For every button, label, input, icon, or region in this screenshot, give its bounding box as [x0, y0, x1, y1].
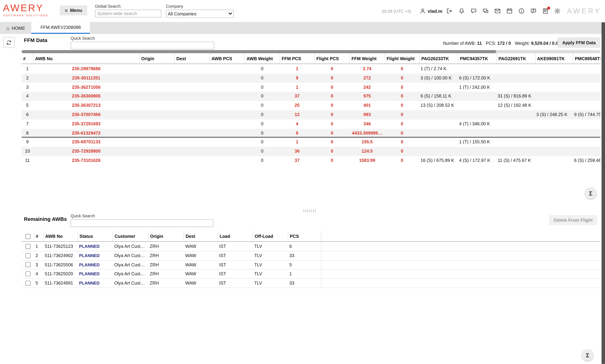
- vertical-scrollbar[interactable]: [602, 22, 605, 364]
- tasks-icon[interactable]: [542, 8, 549, 14]
- ffm-horizontal-scrollbar-thumb[interactable]: [22, 50, 496, 53]
- tasks-badge: [547, 6, 550, 10]
- mail-icon[interactable]: [494, 8, 501, 14]
- ffm-column-header[interactable]: FFM PCS: [280, 53, 314, 64]
- tab-bar: ⌂ HOME FFM AWEV2308088: [0, 22, 605, 34]
- ffm-column-header[interactable]: FFM Weight: [350, 53, 385, 64]
- ffm-column-header[interactable]: #: [22, 53, 33, 64]
- awb-no-cell[interactable]: 235-30111351: [33, 74, 139, 83]
- remaining-column-header[interactable]: Off-Load: [253, 231, 288, 241]
- awb-no-cell[interactable]: 511-73625020: [43, 270, 78, 278]
- ffm-sum-button[interactable]: Σ: [585, 187, 596, 199]
- ffm-quick-search-input[interactable]: [71, 42, 214, 49]
- remaining-column-header[interactable]: #: [34, 231, 43, 241]
- customer-cell: Olya Art Cust…: [113, 251, 148, 260]
- remaining-table-row[interactable]: 4 511-73625020 PLANNED Olya Art Cust… ZR…: [22, 270, 600, 279]
- ffm-table-row[interactable]: 4 235-36300806 0 37 0 975 0 6 (S) / 158.…: [22, 92, 600, 101]
- select-all-checkbox[interactable]: [25, 234, 30, 239]
- ffm-weight-cell: 124.5: [350, 147, 385, 156]
- remaining-quick-search-input[interactable]: [71, 219, 213, 227]
- awb-no-cell[interactable]: 235-37291693: [33, 119, 139, 129]
- remaining-column-header[interactable]: AWB No: [43, 231, 78, 241]
- awb-no-cell[interactable]: 235-36300806: [33, 92, 139, 101]
- ffm-table-row[interactable]: 3 235-36271056 0 1 0 242 0 1 (T) / 242.0…: [22, 83, 600, 92]
- awb-no-cell[interactable]: 511-73625123: [43, 242, 78, 251]
- screens-icon[interactable]: [482, 8, 489, 14]
- calendar-icon[interactable]: [506, 8, 513, 14]
- awb-no-cell[interactable]: 235-36271056: [33, 83, 139, 92]
- remaining-table-row[interactable]: 3 511-73625506 PLANNED Olya Art Cust… ZR…: [22, 260, 600, 270]
- tab-home[interactable]: ⌂ HOME: [0, 22, 31, 34]
- panel-splitter[interactable]: [19, 208, 600, 213]
- awb-no-cell[interactable]: 511-73624902: [43, 251, 78, 260]
- refresh-button[interactable]: [3, 37, 15, 48]
- awb-no-cell[interactable]: 235-37007456: [33, 110, 139, 119]
- ffm-table-row[interactable]: 1 235-28879686 0 1 0 2.74 0 1 (T) / 2.74…: [22, 65, 600, 74]
- ffm-table-row[interactable]: 6 235-37007456 0 12 0 993 0 3 (S) / 248.…: [22, 110, 600, 119]
- uld-pmc94357tk-cell: 1 (T) / 155.50 K: [458, 138, 497, 147]
- remaining-column-header[interactable]: PCS: [288, 231, 322, 241]
- remaining-column-header[interactable]: Customer: [113, 231, 148, 241]
- uld-pag22691tk-cell: 12 (S) / 192.48 K: [497, 101, 535, 110]
- ffm-column-header[interactable]: AKE09091TK: [535, 53, 573, 64]
- flight-pcs-cell: 0: [314, 101, 350, 110]
- ffm-column-header[interactable]: PMC94357TK: [458, 53, 497, 64]
- global-search-input[interactable]: [95, 10, 161, 17]
- awb-no-cell[interactable]: 235-73101626: [33, 156, 139, 165]
- menu-button[interactable]: ≡ Menu: [60, 5, 87, 15]
- ffm-weight-cell: 1583.99: [350, 156, 385, 165]
- awery-logo[interactable]: AWERY SOFTWARE SOLUTIONS: [3, 3, 48, 17]
- user-menu[interactable]: vlad.m: [419, 8, 442, 14]
- ffm-table-row[interactable]: 11 235-73101626 0 37 0 1583.99 0 16 (S) …: [22, 156, 600, 165]
- awb-no-cell[interactable]: 235-28879686: [33, 65, 139, 74]
- support-chat-icon[interactable]: [530, 8, 537, 14]
- info-icon[interactable]: [518, 8, 525, 14]
- row-checkbox[interactable]: [25, 244, 30, 249]
- ffm-column-header[interactable]: Flight PCS: [314, 53, 350, 64]
- uld-pag26233tk-cell: 16 (S) / 675.89 K: [419, 156, 458, 165]
- awb-no-cell[interactable]: 511-73624891: [43, 279, 78, 287]
- awb-no-cell[interactable]: 235-69701133: [33, 138, 139, 147]
- notifications-bell-icon[interactable]: [458, 8, 465, 14]
- row-checkbox[interactable]: [25, 281, 30, 286]
- ffm-column-header[interactable]: PAG22691TK: [497, 53, 535, 64]
- awb-no-cell[interactable]: 235-72928800: [33, 147, 139, 156]
- settings-gear-icon[interactable]: [554, 8, 561, 14]
- company-select[interactable]: All Companies: [166, 10, 234, 18]
- ffm-table-row[interactable]: 8 235-61329472 0 9 0 4433.309999… 0: [22, 129, 600, 138]
- ffm-column-header[interactable]: Dest: [175, 53, 210, 64]
- ffm-column-header[interactable]: AWB PCS: [210, 53, 244, 64]
- ffm-table-row[interactable]: 9 235-69701133 0 1 0 155.5 0 1 (T) / 155…: [22, 138, 600, 147]
- awb-no-cell[interactable]: 511-73625506: [43, 260, 78, 269]
- remaining-column-header[interactable]: Origin: [148, 231, 184, 241]
- row-checkbox[interactable]: [25, 253, 30, 258]
- remaining-column-header[interactable]: Load: [217, 231, 253, 241]
- ffm-table-row[interactable]: 7 235-37291693 0 4 0 346 0 4 (T) / 346.0…: [22, 119, 600, 129]
- awb-no-cell[interactable]: 235-61329472: [33, 129, 139, 137]
- ffm-table-row[interactable]: 5 235-36307213 0 25 0 401 0 13 (S) / 208…: [22, 101, 600, 110]
- ffm-column-header[interactable]: PAG26233TK: [419, 53, 458, 64]
- dest-cell: [175, 156, 210, 165]
- remaining-table-row[interactable]: 1 511-73625123 PLANNED Olya Art Cust… ZR…: [22, 242, 600, 251]
- ffm-column-header[interactable]: PMC89548TK: [573, 53, 600, 64]
- row-checkbox[interactable]: [25, 262, 30, 267]
- remaining-column-header[interactable]: Status: [78, 231, 113, 241]
- ffm-column-header[interactable]: AWB Weight: [245, 53, 280, 64]
- ffm-column-header[interactable]: AWB No: [33, 53, 139, 64]
- ffm-column-header[interactable]: Origin: [139, 53, 174, 64]
- awb-no-cell[interactable]: 235-36307213: [33, 101, 139, 110]
- tab-ffm-awev2308088[interactable]: FFM AWEV2308088: [31, 22, 90, 34]
- delete-from-flight-button[interactable]: Delete From Flight: [549, 215, 597, 225]
- ffm-table-row[interactable]: 10 235-72928800 0 36 0 124.5 0: [22, 147, 600, 156]
- ffm-horizontal-scrollbar[interactable]: [22, 50, 600, 53]
- row-checkbox[interactable]: [25, 272, 30, 276]
- remaining-table-row[interactable]: 2 511-73624902 PLANNED Olya Art Cust… ZR…: [22, 251, 600, 260]
- remaining-sum-button[interactable]: Σ: [582, 349, 593, 361]
- ffm-column-header[interactable]: Flight Weight: [385, 53, 419, 64]
- ffm-table-row[interactable]: 2 235-30111351 0 9 0 272 0 3 (S) / 100.0…: [22, 74, 600, 83]
- logout-button[interactable]: [446, 8, 453, 14]
- remaining-column-header[interactable]: Dest: [184, 231, 218, 241]
- chat-icon[interactable]: [470, 8, 477, 14]
- apply-ffm-data-button[interactable]: Apply FFM Data: [558, 38, 600, 48]
- remaining-table-row[interactable]: 5 511-73624891 PLANNED Olya Art Cust… ZR…: [22, 279, 600, 288]
